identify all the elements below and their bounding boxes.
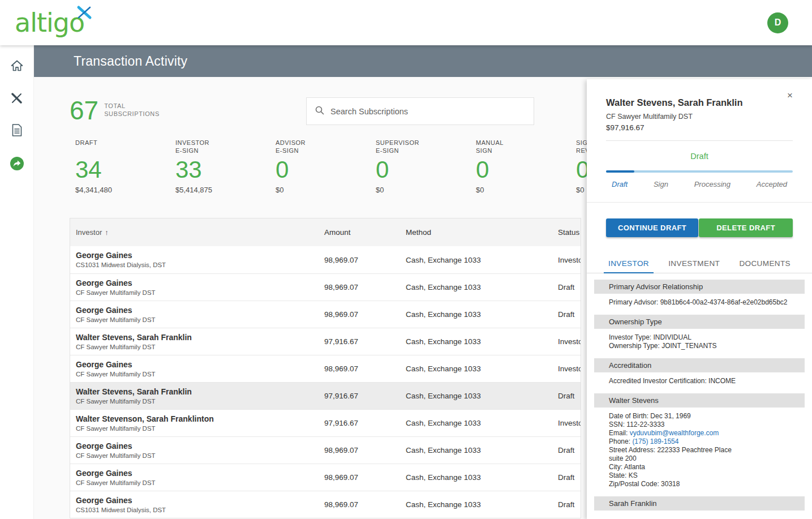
search-input[interactable] bbox=[330, 107, 525, 116]
sidebar-item-home[interactable] bbox=[10, 60, 24, 74]
table-row[interactable]: George Gaines CF Sawyer Multifamily DST … bbox=[70, 355, 581, 382]
status-cell: Draft bbox=[558, 392, 581, 400]
status-cell: Investor E-Sign bbox=[558, 364, 581, 373]
investor-name: George Gaines bbox=[76, 251, 324, 260]
status-cell: Draft bbox=[558, 473, 581, 482]
status-stats-row: DRAFT 34 $4,341,480 INVESTORE-SIGN 33 $5… bbox=[70, 139, 587, 194]
section-header-accreditation: Accreditation bbox=[594, 358, 805, 372]
main-region: Transaction Activity 67 TOTAL SUBSCRIPTI… bbox=[34, 45, 812, 519]
step-processing: Processing bbox=[694, 180, 731, 189]
column-header-status[interactable]: Status bbox=[558, 228, 581, 237]
continue-draft-button[interactable]: CONTINUE DRAFT bbox=[606, 218, 698, 237]
main-frame: Transaction Activity 67 TOTAL SUBSCRIPTI… bbox=[0, 45, 812, 519]
detail-sections: Primary Advisor Relationship Primary Adv… bbox=[587, 273, 812, 511]
ownership-type-value: Ownership Type: JOINT_TENANTS bbox=[609, 342, 790, 350]
stat-advisor-esign[interactable]: ADVISORE-SIGN 0 $0 bbox=[276, 139, 376, 194]
table-row[interactable]: George Gaines CF Sawyer Multifamily DST … bbox=[70, 436, 581, 464]
ssn-value: SSN: 112-22-3333 bbox=[609, 421, 790, 429]
progress-steps: Draft Sign Processing Accepted bbox=[612, 180, 787, 189]
dob-value: Date of Birth: Dec 31, 1969 bbox=[609, 412, 790, 421]
table-row[interactable]: George Gaines CS1031 Midwest Dialysis, D… bbox=[70, 491, 581, 518]
sidebar-item-documents[interactable] bbox=[10, 125, 24, 138]
table-row[interactable]: George Gaines CF Sawyer Multifamily DST … bbox=[70, 273, 581, 301]
investor-offering: CF Sawyer Multifamily DST bbox=[76, 479, 324, 487]
email-link[interactable]: vyduvubim@wealthforge.com bbox=[630, 429, 719, 437]
delete-draft-button[interactable]: DELETE DRAFT bbox=[699, 218, 793, 237]
status-cell: Investor E-Sign bbox=[558, 256, 581, 264]
stat-count: 0 bbox=[376, 156, 476, 184]
stat-amount: $0 bbox=[276, 186, 376, 194]
detail-amount: $97,916.67 bbox=[606, 123, 793, 132]
table-row[interactable]: George Gaines CF Sawyer Multifamily DST … bbox=[70, 301, 581, 328]
method-cell: Cash, Exchange 1033 bbox=[406, 473, 558, 482]
amount-cell: 97,916.67 bbox=[324, 392, 406, 400]
investor-name: George Gaines bbox=[76, 496, 324, 505]
amount-cell: 98,969.07 bbox=[324, 473, 406, 482]
city-value: City: Atlanta bbox=[609, 463, 790, 471]
stat-amount: $0 bbox=[476, 186, 576, 194]
home-icon bbox=[11, 60, 23, 74]
user-avatar[interactable]: D bbox=[767, 12, 788, 33]
altigo-logo[interactable]: altigo bbox=[15, 10, 84, 36]
column-header-investor[interactable]: Investor ↑ bbox=[70, 228, 324, 237]
investor-offering: CS1031 Midwest Dialysis, DST bbox=[76, 506, 324, 514]
step-accepted: Accepted bbox=[757, 180, 787, 189]
status-cell: Draft bbox=[558, 446, 581, 454]
investor-offering: CF Sawyer Multifamily DST bbox=[76, 343, 324, 351]
method-cell: Cash, Exchange 1033 bbox=[406, 256, 558, 264]
table-row[interactable]: Walter Stevens, Sarah Franklin CF Sawyer… bbox=[70, 328, 581, 355]
tab-investment[interactable]: INVESTMENT bbox=[664, 254, 724, 273]
column-header-amount[interactable]: Amount bbox=[324, 228, 406, 237]
total-count: 67 bbox=[70, 97, 98, 123]
stat-supervisor-esign[interactable]: SUPERVISORE-SIGN 0 $0 bbox=[376, 139, 476, 194]
table-row[interactable]: Walter Stevenson, Sarah Franklinton CF S… bbox=[70, 409, 581, 436]
left-sidebar bbox=[0, 45, 34, 519]
section-header-ownership-type: Ownership Type bbox=[594, 315, 805, 329]
phone-link[interactable]: (175) 189-1554 bbox=[632, 437, 678, 445]
investor-name: George Gaines bbox=[76, 360, 324, 370]
stat-draft[interactable]: DRAFT 34 $4,341,480 bbox=[75, 139, 175, 194]
method-cell: Cash, Exchange 1033 bbox=[406, 337, 558, 346]
detail-offering: CF Sawyer Multifamily DST bbox=[606, 113, 793, 121]
amount-cell: 98,969.07 bbox=[324, 500, 406, 509]
stat-manual-sign[interactable]: MANUALSIGN 0 $0 bbox=[476, 139, 576, 194]
method-cell: Cash, Exchange 1033 bbox=[406, 364, 558, 373]
investor-name: George Gaines bbox=[76, 306, 324, 315]
stat-amount: $0 bbox=[576, 186, 587, 194]
table-row[interactable]: George Gaines CS1031 Midwest Dialysis, D… bbox=[70, 246, 581, 273]
stat-count: 0 bbox=[576, 156, 587, 184]
top-bar: altigo D bbox=[0, 0, 812, 45]
stat-investor-esign[interactable]: INVESTORE-SIGN 33 $5,414,875 bbox=[175, 139, 276, 194]
detail-status-label: Draft bbox=[587, 152, 812, 161]
sidebar-item-offerings[interactable] bbox=[10, 92, 24, 106]
table-row[interactable]: George Gaines CF Sawyer Multifamily DST … bbox=[70, 464, 581, 491]
investor-offering: CF Sawyer Multifamily DST bbox=[76, 316, 324, 324]
tab-documents[interactable]: DOCUMENTS bbox=[734, 254, 795, 273]
investor-offering: CS1031 Midwest Dialysis, DST bbox=[76, 261, 324, 269]
detail-investor-name: Walter Stevens, Sarah Franklin bbox=[606, 97, 793, 108]
zip-value: Zip/Postal Code: 30318 bbox=[609, 480, 790, 488]
amount-cell: 98,969.07 bbox=[324, 310, 406, 319]
method-cell: Cash, Exchange 1033 bbox=[406, 446, 558, 454]
search-icon bbox=[315, 106, 324, 117]
column-header-method[interactable]: Method bbox=[406, 228, 558, 237]
step-draft: Draft bbox=[612, 180, 628, 189]
street-value: Street Address: 222333 Peachtree Place bbox=[609, 446, 790, 454]
amount-cell: 98,969.07 bbox=[324, 364, 406, 373]
sidebar-item-transactions[interactable] bbox=[10, 157, 24, 170]
method-cell: Cash, Exchange 1033 bbox=[406, 500, 558, 509]
investor-offering: CF Sawyer Multifamily DST bbox=[76, 370, 324, 378]
share-arrow-icon bbox=[10, 157, 24, 170]
investor-offering: CF Sawyer Multifamily DST bbox=[76, 452, 324, 460]
state-value: State: KS bbox=[609, 471, 790, 480]
stat-signed-review[interactable]: SIGNEDREVIEW 0 $0 bbox=[576, 139, 587, 194]
investor-name: Walter Stevens, Sarah Franklin bbox=[76, 387, 324, 397]
stat-amount: $5,414,875 bbox=[175, 186, 276, 194]
table-row-selected[interactable]: Walter Stevens, Sarah Franklin CF Sawyer… bbox=[70, 382, 581, 409]
step-sign: Sign bbox=[654, 180, 668, 189]
stat-count: 0 bbox=[476, 156, 576, 184]
section-header-primary-advisor: Primary Advisor Relationship bbox=[594, 280, 805, 294]
investor-name: George Gaines bbox=[76, 278, 324, 288]
tab-investor[interactable]: INVESTOR bbox=[604, 254, 654, 273]
total-label: TOTAL SUBSCRIPTIONS bbox=[104, 102, 160, 123]
